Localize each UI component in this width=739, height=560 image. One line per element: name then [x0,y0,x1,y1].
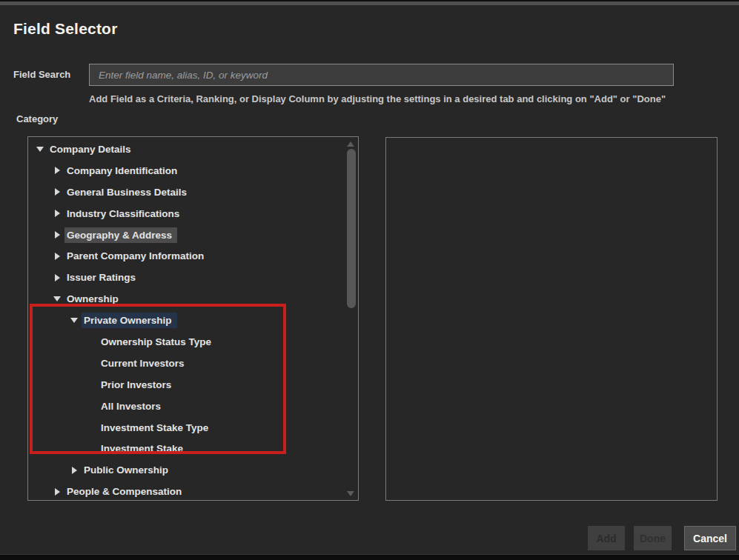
expand-arrow-icon[interactable] [52,187,62,197]
up-arrow-icon [347,141,354,147]
tree-item-all-investors[interactable]: All Investors [28,396,345,417]
tree-item-label[interactable]: Industry Classifications [64,206,185,221]
collapse-arrow-icon[interactable] [52,294,62,304]
scroll-up-icon[interactable] [346,140,355,147]
expand-arrow-icon[interactable] [69,465,79,476]
field-search-input[interactable] [89,64,674,86]
tree-item-label[interactable]: Parent Company Information [64,248,209,264]
expand-arrow-icon[interactable] [52,208,62,219]
cancel-button[interactable]: Cancel [684,526,736,550]
tree-item-label[interactable]: Investment Stake [99,441,188,456]
tree-item-people-and-compensation[interactable]: People & Compensation [28,481,345,502]
tree-item-label[interactable]: Geography & Address [64,227,177,243]
tree-item-current-investors[interactable]: Current Investors [28,353,345,374]
tree-item-ownership[interactable]: Ownership [28,288,345,310]
tree-item-label[interactable]: General Business Details [64,184,192,200]
triangle-right-icon [55,488,60,496]
tree-item-label[interactable]: Company Identification [64,163,182,179]
category-label: Category [16,113,58,124]
tree-item-prior-investors[interactable]: Prior Investors [28,374,345,396]
tree-item-label[interactable]: Investment Stake Type [99,420,213,436]
tree-item-issuer-ratings[interactable]: Issuer Ratings [28,267,345,288]
tree-item-public-ownership[interactable]: Public Ownership [28,459,345,481]
field-selector-dialog: Field Selector Field Search Add Field as… [0,0,739,560]
category-tree: Company DetailsCompany IdentificationGen… [28,139,345,502]
triangle-down-icon [70,318,78,323]
triangle-right-icon [55,210,60,217]
scroll-down-icon[interactable] [346,490,355,497]
triangle-right-icon [55,231,60,239]
scrollbar-thumb[interactable] [347,149,356,308]
collapse-arrow-icon[interactable] [69,316,79,326]
triangle-right-icon [55,274,60,281]
add-button: Add [588,526,625,550]
field-search-label: Field Search [13,69,70,80]
tree-item-ownership-status-type[interactable]: Ownership Status Type [28,331,345,353]
tree-item-company-identification[interactable]: Company Identification [28,160,345,181]
expand-arrow-icon[interactable] [52,273,62,283]
tree-item-label[interactable]: Private Ownership [82,313,177,328]
field-details-panel [385,137,718,501]
page-title: Field Selector [13,20,118,38]
tree-item-industry-classifications[interactable]: Industry Classifications [28,203,345,224]
triangle-down-icon [36,147,44,152]
triangle-down-icon [53,296,61,301]
tree-item-company-details[interactable]: Company Details [28,139,345,160]
tree-item-label[interactable]: Company Details [47,141,136,157]
triangle-right-icon [55,167,60,174]
collapse-arrow-icon[interactable] [35,144,45,154]
tree-item-label[interactable]: Public Ownership [82,462,173,478]
tree-item-label[interactable]: Issuer Ratings [64,270,141,285]
tree-item-parent-company-information[interactable]: Parent Company Information [28,245,345,267]
tree-item-private-ownership[interactable]: Private Ownership [28,310,345,331]
tree-item-investment-stake-type[interactable]: Investment Stake Type [28,417,345,439]
expand-arrow-icon[interactable] [52,165,62,176]
down-arrow-icon [347,491,354,496]
tree-item-label[interactable]: Current Investors [99,356,190,371]
tree-item-general-business-details[interactable]: General Business Details [28,181,345,203]
tree-item-geography-and-address[interactable]: Geography & Address [28,224,345,246]
triangle-right-icon [55,253,60,260]
tree-item-label[interactable]: All Investors [99,399,166,414]
done-button: Done [634,526,672,550]
tree-item-investment-stake[interactable]: Investment Stake [28,438,345,459]
helper-text: Add Field as a Criteria, Ranking, or Dis… [89,93,682,104]
expand-arrow-icon[interactable] [52,230,62,240]
tree-item-label[interactable]: Ownership [64,291,124,307]
expand-arrow-icon[interactable] [52,251,62,261]
window-bottom-edge [0,554,739,560]
tree-item-label[interactable]: Ownership Status Type [99,334,216,350]
category-tree-panel: Company DetailsCompany IdentificationGen… [27,136,359,501]
window-top-bar [0,1,739,5]
tree-item-label[interactable]: People & Compensation [64,484,187,499]
expand-arrow-icon[interactable] [52,487,62,497]
tree-item-label[interactable]: Prior Investors [99,377,176,393]
triangle-right-icon [55,188,60,196]
triangle-right-icon [72,467,77,474]
